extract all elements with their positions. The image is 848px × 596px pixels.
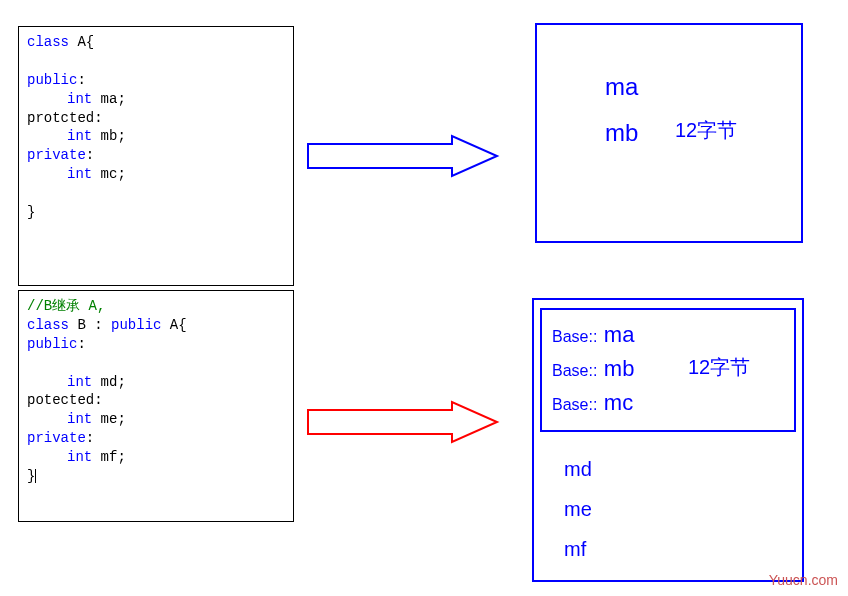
member-mb: mb xyxy=(604,356,635,381)
blank-line xyxy=(27,52,285,71)
code-box-b: //B继承 A, class B : public A{ public: int… xyxy=(18,290,294,522)
base-row-ma: Base:: ma xyxy=(552,322,634,348)
kw-int: int xyxy=(67,411,92,427)
code-text: A{ xyxy=(161,317,186,333)
code-line: int ma; xyxy=(27,90,285,109)
kw-class: class xyxy=(27,34,69,50)
base-label: Base:: xyxy=(552,396,597,413)
arrow-icon-blue xyxy=(302,132,502,180)
size-label-b: 12字节 xyxy=(688,354,750,381)
code-line: protcted: xyxy=(27,109,285,128)
code-line: int mc; xyxy=(27,165,285,184)
code-line: int mf; xyxy=(27,448,285,467)
member-ma: ma xyxy=(604,322,635,347)
code-line: private: xyxy=(27,146,285,165)
kw-int: int xyxy=(67,374,92,390)
arrow-icon-red xyxy=(302,398,502,446)
kw-int: int xyxy=(67,449,92,465)
base-row-mc: Base:: mc xyxy=(552,390,633,416)
memory-box-a: ma mb 12字节 xyxy=(535,23,803,243)
base-label: Base:: xyxy=(552,362,597,379)
code-text: me; xyxy=(92,411,126,427)
code-text: B : xyxy=(69,317,111,333)
caret-icon xyxy=(35,469,36,483)
kw-int: int xyxy=(67,91,92,107)
member-md: md xyxy=(564,458,592,481)
code-text: md; xyxy=(92,374,126,390)
code-line: class B : public A{ xyxy=(27,316,285,335)
code-text: mf; xyxy=(92,449,126,465)
member-me: me xyxy=(564,498,592,521)
kw-int: int xyxy=(67,166,92,182)
blank-line xyxy=(27,354,285,373)
kw-int: int xyxy=(67,128,92,144)
base-row-mb: Base:: mb xyxy=(552,356,634,382)
kw-private: private xyxy=(27,147,86,163)
code-line: int me; xyxy=(27,410,285,429)
kw-public: public xyxy=(27,336,77,352)
size-label-a: 12字节 xyxy=(675,117,737,144)
member-mf: mf xyxy=(564,538,586,561)
kw-public: public xyxy=(27,72,77,88)
svg-marker-1 xyxy=(308,402,497,442)
code-line: int md; xyxy=(27,373,285,392)
code-text: ma; xyxy=(92,91,126,107)
blank-line xyxy=(27,184,285,203)
watermark: Yuucn.com xyxy=(769,572,838,588)
base-label: Base:: xyxy=(552,328,597,345)
code-line: } xyxy=(27,203,285,222)
memory-box-b: Base:: ma Base:: mb Base:: mc 12字节 md me… xyxy=(532,298,804,582)
member-ma: ma xyxy=(605,73,638,101)
code-line: public: xyxy=(27,335,285,354)
code-text: A{ xyxy=(69,34,94,50)
code-box-a: class A{ public: int ma; protcted: int m… xyxy=(18,26,294,286)
code-line: private: xyxy=(27,429,285,448)
code-line: potected: xyxy=(27,391,285,410)
member-mc: mc xyxy=(604,390,633,415)
code-line: public: xyxy=(27,71,285,90)
svg-marker-0 xyxy=(308,136,497,176)
code-text: mc; xyxy=(92,166,126,182)
comment-line: //B继承 A, xyxy=(27,297,285,316)
code-line: class A{ xyxy=(27,33,285,52)
base-subbox: Base:: ma Base:: mb Base:: mc 12字节 xyxy=(540,308,796,432)
code-text: mb; xyxy=(92,128,126,144)
kw-private: private xyxy=(27,430,86,446)
member-mb: mb xyxy=(605,119,638,147)
kw-public: public xyxy=(111,317,161,333)
code-line: } xyxy=(27,467,285,486)
kw-class: class xyxy=(27,317,69,333)
code-line: int mb; xyxy=(27,127,285,146)
